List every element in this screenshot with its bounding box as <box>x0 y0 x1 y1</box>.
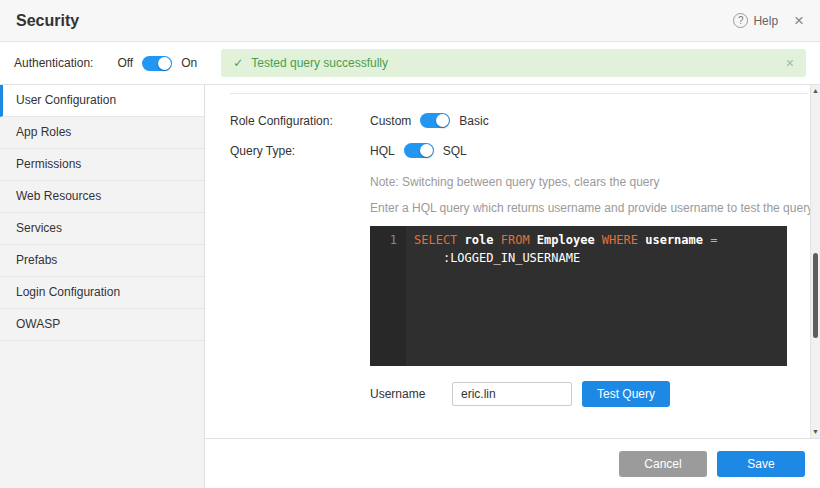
toggle-knob <box>420 144 433 157</box>
code-token: WHERE <box>602 233 645 247</box>
code-token: SELECT <box>414 233 465 247</box>
authentication-toggle[interactable] <box>142 56 172 71</box>
code-token: username <box>645 233 710 247</box>
cancel-button[interactable]: Cancel <box>619 451 707 477</box>
code-content[interactable]: SELECT role FROM Employee WHERE username… <box>406 226 787 366</box>
main-panel: Role Configuration: Custom Basic Query T… <box>205 85 820 488</box>
scroll-up-icon[interactable]: ▲ <box>811 87 820 95</box>
save-button[interactable]: Save <box>717 451 805 477</box>
username-label: Username <box>370 387 452 401</box>
banner-close-icon[interactable]: × <box>786 55 794 71</box>
role-basic-label: Basic <box>459 114 488 128</box>
sidebar-item-login-configuration[interactable]: Login Configuration <box>0 277 204 309</box>
authentication-label: Authentication: <box>14 56 93 70</box>
role-configuration-label: Role Configuration: <box>230 114 370 128</box>
header: Security ? Help × <box>0 0 820 42</box>
sidebar-item-owasp[interactable]: OWASP <box>0 309 204 341</box>
auth-off-label: Off <box>117 56 133 70</box>
code-token: :LOGGED_IN_USERNAME <box>443 251 580 265</box>
security-dialog: Security ? Help × Authentication: Off On… <box>0 0 820 488</box>
code-token: = <box>710 233 717 247</box>
sidebar: User ConfigurationApp RolesPermissionsWe… <box>0 85 205 488</box>
page-title: Security <box>16 12 79 30</box>
auth-on-label: On <box>181 56 197 70</box>
query-sql-label: SQL <box>443 144 467 158</box>
sidebar-item-services[interactable]: Services <box>0 213 204 245</box>
role-configuration-row: Role Configuration: Custom Basic <box>230 113 820 128</box>
query-instruction-note: Enter a HQL query which returns username… <box>370 201 820 215</box>
query-type-row: Query Type: HQL SQL <box>230 143 820 158</box>
role-configuration-toggle[interactable] <box>420 113 450 128</box>
code-token <box>414 251 443 265</box>
query-switch-note: Note: Switching between query types, cle… <box>370 175 820 189</box>
query-code-editor[interactable]: 1 SELECT role FROM Employee WHERE userna… <box>370 226 787 366</box>
sidebar-item-web-resources[interactable]: Web Resources <box>0 181 204 213</box>
authentication-bar: Authentication: Off On ✓ Tested query su… <box>0 42 820 84</box>
help-label: Help <box>753 14 778 28</box>
scroll-down-icon[interactable]: ▼ <box>811 428 820 436</box>
help-button[interactable]: ? Help <box>733 13 778 28</box>
help-icon: ? <box>733 13 748 28</box>
sidebar-item-prefabs[interactable]: Prefabs <box>0 245 204 277</box>
query-type-toggle[interactable] <box>404 143 434 158</box>
banner-message: Tested query successfully <box>251 56 388 70</box>
sidebar-item-permissions[interactable]: Permissions <box>0 149 204 181</box>
role-custom-label: Custom <box>370 114 411 128</box>
success-banner: ✓ Tested query successfully × <box>221 49 806 77</box>
scrollbar-track[interactable]: ▲ ▼ <box>810 85 820 438</box>
line-number-gutter: 1 <box>370 226 406 366</box>
content-divider <box>230 93 808 94</box>
toggle-knob <box>436 114 449 127</box>
code-token: FROM <box>501 233 537 247</box>
username-input[interactable] <box>452 382 572 406</box>
code-token: role <box>465 233 501 247</box>
close-icon[interactable]: × <box>794 12 804 29</box>
content-area: Role Configuration: Custom Basic Query T… <box>205 85 820 438</box>
test-query-button[interactable]: Test Query <box>582 381 670 407</box>
footer: Cancel Save <box>205 438 820 488</box>
check-icon: ✓ <box>233 56 243 70</box>
sidebar-item-user-configuration[interactable]: User Configuration <box>0 85 204 117</box>
query-hql-label: HQL <box>370 144 395 158</box>
scrollbar-thumb[interactable] <box>813 253 818 338</box>
query-type-label: Query Type: <box>230 144 370 158</box>
username-row: Username Test Query <box>370 381 820 407</box>
code-token: Employee <box>537 233 602 247</box>
sidebar-item-app-roles[interactable]: App Roles <box>0 117 204 149</box>
toggle-knob <box>158 57 171 70</box>
